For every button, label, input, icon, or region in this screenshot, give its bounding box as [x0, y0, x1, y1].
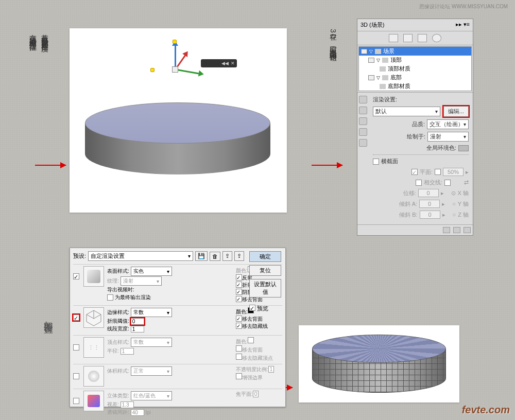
vol-select: 正常	[131, 366, 172, 376]
stereo-thumb	[83, 391, 104, 411]
scene-icon	[375, 49, 381, 54]
panel-3d-scene: 3D (场景) ▸▸ ▾≡ ▽场景 ▽顶部 顶部材质 ▽底部 底部材质 渲染设置…	[357, 19, 473, 236]
plane-label: 平面:	[420, 168, 433, 176]
quality-label: 品质:	[412, 120, 425, 128]
panel-mode-icons	[357, 31, 473, 45]
surface-enable[interactable]: ✓	[73, 273, 79, 279]
intersect-checkbox	[416, 180, 422, 186]
ok-button[interactable]: 确定	[249, 251, 281, 262]
svg-line-3	[94, 314, 101, 319]
preset-select[interactable]: 自定渲染设置	[88, 251, 193, 261]
offset-input: 0	[418, 189, 439, 197]
tool-1[interactable]	[359, 96, 367, 103]
surface-thumb	[83, 266, 104, 287]
handle-x[interactable]	[150, 68, 154, 72]
scene-tree[interactable]: ▽场景 ▽顶部 顶部材质 ▽底部 底部材质	[358, 46, 472, 91]
render-options-dialog: 确定 复位 设置默认值 ✓ 预览 预设: 自定渲染设置 💾 🗑 ⇪ ⇪ ✓ 表面…	[70, 248, 286, 407]
new-icon[interactable]	[453, 227, 460, 233]
edit-button[interactable]: 编辑...	[443, 106, 469, 117]
final-checkbox[interactable]	[107, 294, 113, 301]
preset-label: 预设:	[73, 252, 86, 260]
toggle-icon[interactable]	[443, 227, 450, 233]
axis-y[interactable]	[175, 45, 176, 69]
watermark-top: 思缘设计论坛 WWW.MISSYUAN.COM	[419, 3, 508, 10]
mode-scene-icon[interactable]	[389, 34, 398, 42]
save-icon[interactable]: 💾	[195, 251, 208, 261]
annot-4: 如图设置	[42, 314, 55, 318]
handle-y[interactable]	[173, 40, 177, 44]
annot-1: 黄色部分以调整圆柱高度	[40, 29, 49, 40]
ambient-swatch[interactable]	[458, 145, 469, 151]
defaults-button[interactable]: 设置默认值	[249, 279, 281, 297]
edge-thumb	[83, 307, 104, 328]
viewport-3d[interactable]: ◀◀✕	[70, 28, 287, 213]
quality-select[interactable]: 交互（绘画）	[427, 119, 469, 129]
watermark-bottom: fevte.com	[462, 404, 510, 416]
settings-area: 渲染设置: 默认 编辑... 品质:交互（绘画） 绘制于:漫射 全局环境色: 横…	[369, 93, 473, 224]
cylinder-top	[85, 102, 270, 144]
material-icon	[380, 66, 386, 72]
face-select[interactable]: 实色	[131, 267, 172, 276]
share1-icon[interactable]: ⇪	[222, 251, 232, 261]
tool-5[interactable]	[359, 139, 367, 147]
tool-column	[357, 93, 369, 224]
mesh-icon	[382, 75, 388, 80]
mesh-icon	[382, 58, 388, 63]
annot-3: 在3D窗口中点击编辑按钮	[329, 28, 338, 49]
stereo-enable[interactable]	[73, 398, 79, 404]
edge-enable[interactable]: ✓	[73, 314, 79, 321]
mode-light-icon[interactable]	[432, 34, 441, 42]
stereo-select: 红色/蓝色	[131, 391, 172, 400]
wireframe-top	[312, 335, 446, 363]
panel-menu-icon[interactable]: ▸▸ ▾≡	[456, 21, 470, 29]
plane-swatch	[435, 169, 441, 175]
vertex-group: ⋮⋮ 顶点样式:常数 半径:1 颜色: 移去背面 移去隐藏顶点	[73, 337, 282, 362]
cylinder-shape[interactable]	[85, 144, 270, 216]
vert-select: 常数	[131, 338, 172, 347]
crease-input[interactable]: 0	[131, 318, 144, 325]
reset-button[interactable]: 复位	[249, 265, 281, 276]
result-preview	[299, 325, 459, 402]
cross-label: 横截面	[381, 157, 398, 165]
panel-titlebar[interactable]: 3D (场景) ▸▸ ▾≡	[357, 19, 473, 31]
volume-enable[interactable]	[73, 373, 79, 379]
panel-title: 3D (场景)	[360, 21, 384, 29]
ambient-label: 全局环境色:	[426, 144, 456, 152]
tree-top-mat: 顶部材质	[359, 64, 471, 73]
render-preset-select[interactable]: 默认	[373, 107, 440, 116]
vertex-enable[interactable]	[73, 344, 79, 351]
mode-mesh-icon[interactable]	[403, 34, 413, 42]
cross-checkbox[interactable]	[373, 159, 379, 165]
eye-icon[interactable]	[361, 49, 367, 54]
tree-scene: ▽场景	[359, 47, 471, 56]
axis-x[interactable]	[175, 69, 200, 75]
stereo-group: 立体类型:红色/蓝色 视差:1.3 透镜间距:40lpi 焦平面:0	[73, 391, 282, 416]
svg-line-2	[87, 314, 94, 319]
tool-3[interactable]	[359, 117, 367, 125]
flip-icon: ⇄	[464, 179, 469, 186]
tool-4[interactable]	[359, 128, 367, 136]
plane-value: 50%	[443, 168, 464, 176]
gizmo-center[interactable]	[172, 66, 178, 73]
arrow-1	[35, 165, 66, 166]
del-icon[interactable]: 🗑	[210, 252, 220, 261]
tex-select: 漫射	[121, 276, 162, 286]
tool-2[interactable]	[359, 107, 367, 114]
tilta-input: 0	[419, 200, 440, 208]
volume-thumb	[83, 366, 104, 387]
share2-icon[interactable]: ⇪	[234, 251, 244, 261]
eye-icon[interactable]	[368, 75, 374, 80]
paint-select[interactable]: 漫射	[427, 132, 469, 142]
mini-toolbar[interactable]: ◀◀✕	[201, 59, 237, 67]
eye-icon[interactable]	[368, 58, 374, 63]
edge-select[interactable]: 常数	[131, 308, 172, 317]
render-label: 渲染设置:	[373, 96, 397, 103]
vertex-thumb: ⋮⋮	[83, 337, 104, 358]
linew-input[interactable]: 1	[131, 326, 144, 332]
intersect-label: 相交线:	[424, 179, 442, 186]
volume-group: 体积样式:正常 不透明度比例:1 增强边界	[73, 366, 282, 387]
trash-icon[interactable]	[464, 227, 471, 233]
mode-material-icon[interactable]	[418, 34, 427, 42]
tree-top: ▽顶部	[359, 56, 471, 64]
preview-checkbox[interactable]: ✓	[249, 305, 255, 311]
